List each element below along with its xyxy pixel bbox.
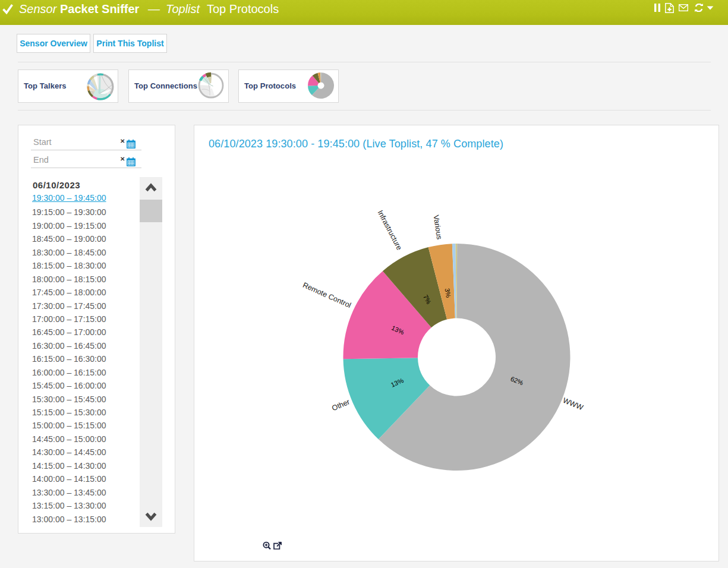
- svg-text:WWW: WWW: [562, 396, 584, 412]
- svg-text:Various: Various: [431, 214, 443, 240]
- svg-text:3%: 3%: [444, 288, 452, 298]
- svg-text:Other: Other: [330, 397, 351, 412]
- svg-text:Infrastructure: Infrastructure: [376, 209, 404, 252]
- svg-text:Remote Control: Remote Control: [301, 281, 352, 310]
